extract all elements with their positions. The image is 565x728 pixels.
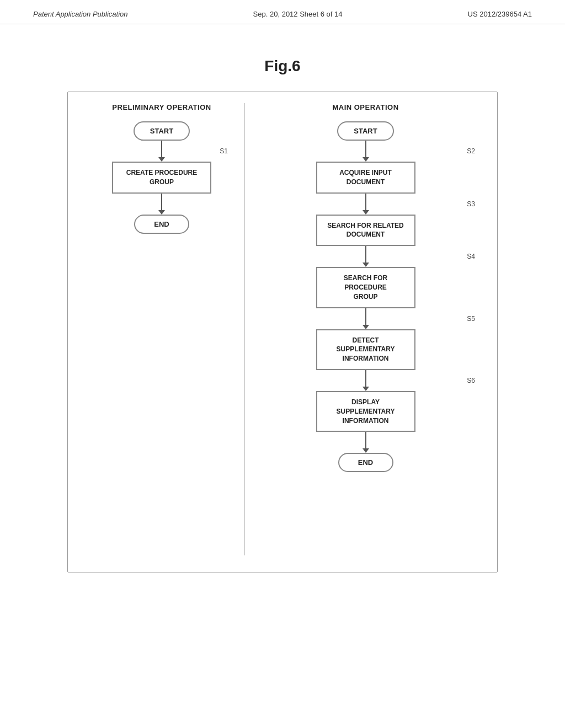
preliminary-operation-column: PRELIMINARY OPERATION START S1 CREATE PR… xyxy=(84,103,239,234)
right-start-terminal: START xyxy=(337,121,393,141)
step-s3-label: S3 xyxy=(467,200,475,208)
header-right: US 2012/239654 A1 xyxy=(468,10,532,18)
acquire-input-document-box: ACQUIRE INPUT DOCUMENT xyxy=(316,162,415,194)
right-col-header: MAIN OPERATION xyxy=(332,103,398,111)
header-left: Patent Application Publication xyxy=(33,10,128,18)
step-s6-label: S6 xyxy=(467,377,475,384)
step-s4-label: S4 xyxy=(467,253,475,260)
display-supplementary-info-box: DISPLAY SUPPLEMENTARYINFORMATION xyxy=(316,391,415,432)
step-s5-label: S5 xyxy=(467,315,475,323)
step-s1-label: S1 xyxy=(220,147,228,155)
search-procedure-group-box: SEARCH FOR PROCEDUREGROUP xyxy=(316,267,415,308)
left-col-header: PRELIMINARY OPERATION xyxy=(112,103,211,111)
left-end-terminal: END xyxy=(134,215,189,234)
column-divider xyxy=(244,103,245,555)
right-end-terminal: END xyxy=(338,453,393,472)
create-procedure-group-box: CREATE PROCEDURE GROUP xyxy=(112,162,211,194)
step-s2-label: S2 xyxy=(467,147,475,155)
left-start-terminal: START xyxy=(134,121,190,141)
header-center: Sep. 20, 2012 Sheet 6 of 14 xyxy=(253,10,343,18)
figure-title: Fig.6 xyxy=(0,57,565,75)
detect-supplementary-info-box: DETECT SUPPLEMENTARYINFORMATION xyxy=(316,329,415,370)
main-operation-column: MAIN OPERATION START S2 ACQUIRE INPUT DO… xyxy=(250,103,481,472)
search-related-document-box: SEARCH FOR RELATEDDOCUMENT xyxy=(316,215,415,247)
flowchart-container: PRELIMINARY OPERATION START S1 CREATE PR… xyxy=(67,92,498,572)
page-header: Patent Application Publication Sep. 20, … xyxy=(0,0,565,24)
